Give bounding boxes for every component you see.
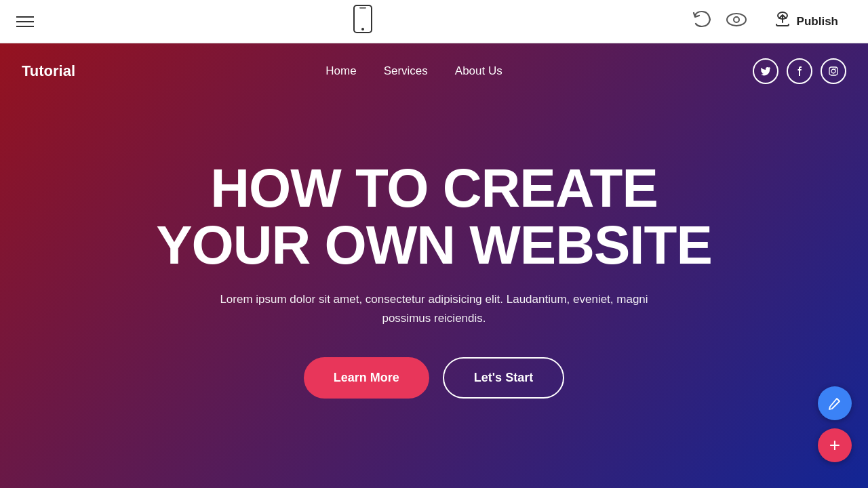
site-nav-links: Home Services About Us: [326, 64, 502, 78]
svg-rect-2: [359, 7, 366, 9]
hero-title-line1: HOW TO CREATE: [210, 158, 658, 218]
add-fab-button[interactable]: +: [818, 428, 852, 462]
hero-title-line2: YOUR OWN WEBSITE: [156, 215, 712, 275]
facebook-icon[interactable]: [787, 58, 812, 84]
instagram-icon[interactable]: [821, 58, 846, 84]
toolbar-right: Publish: [692, 4, 852, 39]
publish-button[interactable]: Publish: [760, 4, 852, 39]
svg-point-3: [727, 14, 746, 26]
twitter-icon[interactable]: [753, 58, 778, 84]
website-preview: Tutorial Home Services About Us: [0, 43, 868, 488]
nav-home[interactable]: Home: [326, 64, 356, 78]
svg-point-7: [831, 69, 835, 73]
undo-icon[interactable]: [692, 10, 713, 33]
add-icon: +: [829, 436, 840, 455]
lets-start-button[interactable]: Let's Start: [443, 357, 564, 399]
svg-rect-6: [829, 67, 837, 75]
nav-services[interactable]: Services: [384, 64, 428, 78]
menu-icon[interactable]: [16, 16, 34, 27]
phone-preview-icon[interactable]: [353, 4, 373, 39]
hero-title: HOW TO CREATE YOUR OWN WEBSITE: [156, 160, 712, 274]
upload-icon: [774, 11, 791, 33]
site-social-icons: [753, 58, 846, 84]
toolbar: Publish: [0, 0, 868, 43]
toolbar-left: [16, 16, 34, 27]
nav-about[interactable]: About Us: [455, 64, 502, 78]
edit-fab-button[interactable]: [818, 386, 852, 420]
hero-subtitle: Lorem ipsum dolor sit amet, consectetur …: [197, 290, 671, 327]
site-logo: Tutorial: [22, 62, 75, 80]
toolbar-center: [353, 4, 373, 39]
publish-label: Publish: [797, 15, 838, 28]
learn-more-button[interactable]: Learn More: [304, 357, 429, 399]
hero-buttons: Learn More Let's Start: [304, 357, 564, 399]
site-navbar: Tutorial Home Services About Us: [0, 43, 868, 99]
svg-point-1: [361, 28, 364, 30]
svg-point-4: [734, 17, 739, 22]
preview-icon[interactable]: [726, 12, 747, 31]
svg-point-8: [835, 68, 836, 69]
hero-content: HOW TO CREATE YOUR OWN WEBSITE Lorem ips…: [156, 160, 712, 398]
